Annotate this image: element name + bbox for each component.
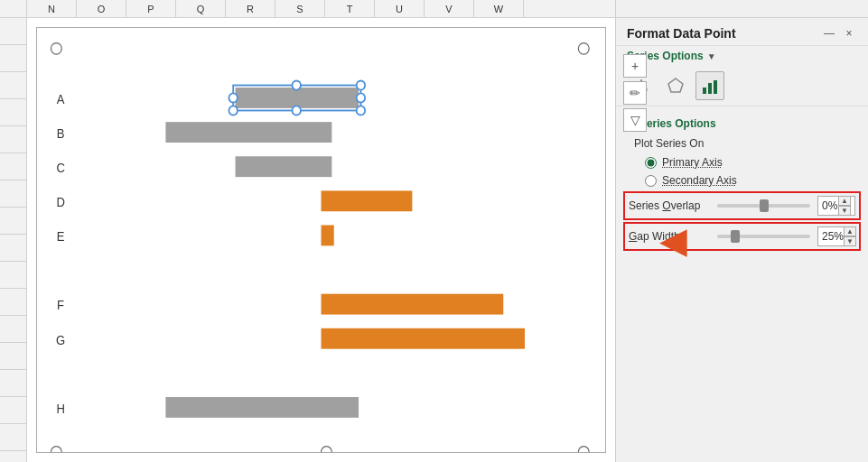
series-overlap-value: 0% (822, 199, 838, 212)
close-panel-button[interactable]: × (841, 25, 857, 42)
panel-header: Format Data Point — × (616, 18, 868, 46)
svg-point-28 (51, 43, 61, 55)
secondary-axis-radio[interactable] (645, 175, 657, 187)
gap-width-thumb[interactable] (731, 230, 740, 243)
series-options-icon-button[interactable] (695, 71, 724, 100)
row-number (0, 424, 26, 451)
primary-axis-row: Primary Axis (616, 153, 868, 171)
svg-text:C: C (56, 162, 65, 176)
svg-point-15 (357, 106, 365, 115)
svg-text:B: B (57, 127, 65, 142)
series-overlap-up[interactable]: ▲ (838, 196, 851, 206)
col-header-W: W (474, 0, 524, 17)
style-button[interactable]: ✏ (623, 81, 647, 105)
chart-buttons: + ✏ ▽ (623, 54, 647, 132)
row-number (0, 45, 26, 72)
svg-marker-31 (668, 79, 683, 92)
format-panel: Format Data Point — × Series Options ▼ (615, 18, 868, 462)
row-number (0, 99, 26, 126)
row-number (0, 153, 26, 180)
col-header-S: S (275, 0, 325, 17)
series-overlap-value-box[interactable]: 0% ▲ ▼ (817, 196, 855, 216)
svg-rect-21 (322, 225, 334, 245)
primary-axis-radio[interactable] (645, 157, 657, 169)
chart-wrapper: A B C D E F G H (36, 27, 606, 453)
svg-point-12 (292, 80, 300, 89)
col-header-U: U (375, 0, 425, 17)
svg-point-14 (357, 93, 365, 102)
secondary-axis-label[interactable]: Secondary Axis (662, 174, 737, 187)
svg-text:F: F (57, 299, 64, 313)
series-overlap-thumb[interactable] (760, 199, 769, 212)
series-overlap-spinner: ▲ ▼ (838, 196, 851, 216)
series-overlap-label: Series Overlap (629, 199, 710, 212)
row-number (0, 397, 26, 424)
svg-text:H: H (56, 402, 64, 416)
svg-point-29 (578, 43, 589, 55)
plot-series-label: Plot Series On (616, 134, 868, 153)
svg-point-16 (292, 106, 300, 115)
svg-rect-23 (322, 328, 525, 349)
gap-width-value: 25% (822, 230, 844, 243)
red-arrow: ◀ (659, 222, 687, 258)
col-header-P: P (126, 0, 176, 17)
panel-content: ◄ Series Options Plot Series On Primary … (616, 106, 868, 462)
primary-axis-label[interactable]: Primary Axis (662, 156, 723, 169)
dropdown-arrow-icon: ▼ (707, 51, 716, 61)
gap-width-up[interactable]: ▲ (844, 226, 856, 236)
svg-text:A: A (57, 92, 65, 106)
col-header-R: R (226, 0, 275, 17)
row-number (0, 262, 26, 289)
svg-rect-20 (322, 190, 413, 211)
row-number (0, 289, 26, 316)
col-header-T: T (325, 0, 375, 17)
svg-rect-33 (708, 83, 712, 94)
gap-width-track[interactable] (717, 235, 810, 238)
row-numbers (0, 18, 27, 462)
secondary-axis-row: Secondary Axis (616, 171, 868, 189)
svg-rect-19 (236, 156, 332, 177)
svg-rect-34 (714, 80, 717, 94)
chart-container: A B C D E F G H (27, 18, 615, 462)
svg-text:D: D (56, 196, 65, 210)
chart-svg: A B C D E F G H (37, 28, 605, 452)
svg-point-17 (229, 106, 237, 115)
row-number (0, 316, 26, 343)
svg-point-11 (229, 93, 237, 102)
panel-controls: — × (821, 25, 857, 42)
row-number (0, 126, 26, 153)
spreadsheet-container: NOPQRSTUVW A B C (0, 0, 868, 462)
gap-width-spinner: ▲ ▼ (844, 226, 856, 246)
panel-title: Format Data Point (627, 26, 736, 41)
row-number (0, 370, 26, 397)
svg-rect-24 (165, 397, 359, 418)
gap-width-value-box[interactable]: 25% ▲ ▼ (817, 226, 855, 246)
series-overlap-track[interactable] (717, 204, 810, 208)
filter-button[interactable]: ▽ (623, 108, 647, 132)
series-options-section-header[interactable]: ◄ Series Options (616, 114, 868, 134)
row-number (0, 180, 26, 208)
col-header-N: N (27, 0, 77, 17)
main-area: A B C D E F G H (0, 18, 868, 462)
row-number (0, 208, 26, 235)
svg-point-13 (357, 80, 365, 89)
add-element-button[interactable]: + (623, 54, 647, 78)
icon-buttons-row (616, 66, 868, 106)
svg-text:G: G (56, 333, 65, 347)
svg-rect-32 (703, 88, 706, 94)
row-number (0, 18, 26, 45)
series-options-dropdown[interactable]: Series Options ▼ (616, 46, 868, 66)
collapse-panel-button[interactable]: — (821, 25, 837, 42)
series-overlap-down[interactable]: ▼ (838, 206, 851, 216)
col-header-O: O (77, 0, 126, 17)
col-header-row: NOPQRSTUVW (0, 0, 868, 18)
svg-rect-18 (165, 122, 331, 143)
effects-icon-button[interactable] (661, 71, 690, 100)
row-number (0, 72, 26, 99)
gap-width-down[interactable]: ▼ (844, 236, 856, 246)
row-number (0, 235, 26, 262)
svg-text:E: E (57, 230, 65, 245)
series-overlap-row: Series Overlap 0% ▲ ▼ (623, 191, 861, 220)
svg-rect-22 (322, 294, 504, 315)
series-options-section-label: Series Options (639, 117, 716, 130)
